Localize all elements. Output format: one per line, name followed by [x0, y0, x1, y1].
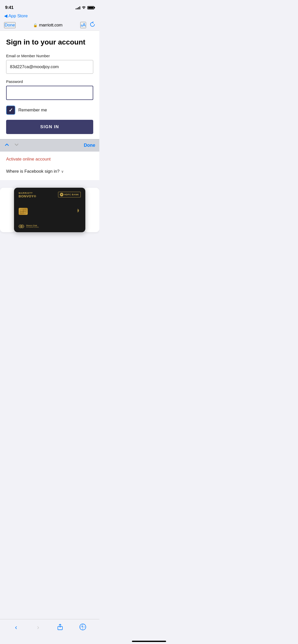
hdfc-bank-label: HDFC BANK: [64, 193, 79, 196]
credit-card: MARRIOTT BONVOY® H HDFC BANK: [14, 188, 85, 232]
app-store-back-bar: ◀ App Store: [0, 13, 99, 20]
email-input[interactable]: [6, 60, 93, 74]
keyboard-done-bar: Done: [0, 139, 99, 152]
card-bg-right: [84, 188, 99, 232]
sign-in-button[interactable]: SIGN IN: [6, 120, 93, 134]
lock-icon: 🔒: [33, 23, 37, 27]
diners-club-text: Diners Club: [26, 225, 39, 226]
keyboard-done-button[interactable]: Done: [84, 143, 95, 148]
card-middle: [19, 208, 81, 215]
marriott-bonvoy-text: BONVOY®: [19, 194, 36, 198]
card-top: MARRIOTT BONVOY® H HDFC BANK: [19, 192, 81, 198]
facebook-question-text: Where is Facebook sign in?: [6, 169, 60, 174]
chevron-down-icon: ∨: [61, 169, 64, 173]
card-brand: MARRIOTT BONVOY®: [19, 192, 36, 198]
battery-icon: [87, 6, 94, 9]
password-form-group: Password: [6, 79, 93, 100]
url-bar[interactable]: 🔒 marriott.com: [16, 23, 80, 28]
card-bottom: Diners Club INTERNATIONAL: [19, 225, 81, 228]
wifi-icon: [82, 6, 86, 10]
keyboard-prev-field-button[interactable]: [4, 142, 10, 149]
status-bar: 9:41: [0, 0, 99, 13]
remember-me-checkbox[interactable]: ✓: [6, 106, 15, 115]
web-content: Sign in to your account Email or Member …: [0, 31, 99, 139]
chip-lines: [20, 209, 26, 214]
diners-label: Diners Club INTERNATIONAL: [26, 225, 39, 228]
browser-action-buttons: aA: [80, 22, 95, 28]
checkmark-icon: ✓: [9, 108, 13, 113]
contactless-icon: [75, 208, 81, 215]
signal-icon: [76, 6, 80, 9]
diners-circles-icon: [19, 225, 24, 228]
remember-me-row[interactable]: ✓ Remember me: [6, 106, 93, 115]
aa-button[interactable]: aA: [80, 22, 86, 28]
bonvoy-brand-text: MARRIOTT: [19, 192, 36, 194]
password-input[interactable]: [6, 86, 93, 100]
facebook-question-row[interactable]: Where is Facebook sign in? ∨: [6, 169, 93, 174]
hdfc-circle-icon: H: [60, 193, 63, 196]
browser-nav-bar: Done 🔒 marriott.com aA: [0, 20, 99, 31]
card-bg-left: [0, 188, 15, 232]
status-time: 9:41: [5, 5, 13, 10]
status-icons: [76, 6, 94, 10]
card-chip: [19, 208, 28, 215]
keyboard-nav-arrows: [4, 142, 19, 149]
card-section: MARRIOTT BONVOY® H HDFC BANK: [0, 180, 99, 237]
done-button-top[interactable]: Done: [4, 22, 16, 28]
activate-account-link[interactable]: Activate online account: [6, 157, 93, 162]
back-arrow-icon: ◀: [4, 13, 7, 19]
diners-international-text: INTERNATIONAL: [26, 226, 39, 228]
keyboard-next-field-button[interactable]: [14, 142, 19, 149]
diners-club-logo: Diners Club INTERNATIONAL: [19, 225, 39, 228]
page-title: Sign in to your account: [6, 38, 93, 47]
email-form-group: Email or Member Number: [6, 54, 93, 74]
url-text: marriott.com: [39, 23, 62, 28]
below-form-content: Activate online account Where is Faceboo…: [0, 152, 99, 180]
remember-me-label: Remember me: [18, 108, 47, 113]
reload-button[interactable]: [90, 22, 95, 28]
password-label: Password: [6, 79, 93, 84]
app-store-back-label[interactable]: App Store: [8, 13, 28, 19]
hdfc-bank-logo: H HDFC BANK: [58, 192, 81, 197]
email-label: Email or Member Number: [6, 54, 93, 58]
svg-point-0: [77, 210, 78, 211]
